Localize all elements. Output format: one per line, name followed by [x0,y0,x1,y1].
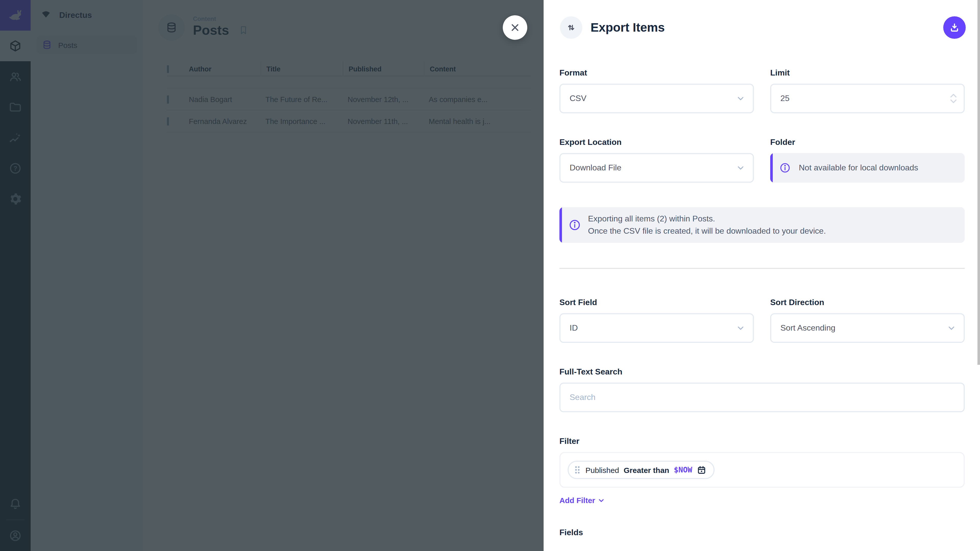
drawer-overlay[interactable] [0,0,544,551]
chevron-down-icon [597,496,605,504]
download-icon [949,22,960,33]
stepper-up-icon[interactable] [950,94,958,98]
format-field: Format CSV [559,68,754,113]
chevron-down-icon [735,94,746,103]
drawer-header: Export Items [544,0,980,55]
export-location-value: Download File [570,163,621,172]
folder-label: Folder [770,138,965,147]
sort-field-value: ID [570,324,578,333]
start-export-button[interactable] [943,16,966,39]
sort-direction-label: Sort Direction [770,298,965,307]
sort-field-field: Sort Field ID [559,298,754,343]
export-location-select[interactable]: Download File [559,153,754,183]
notice-line2: Once the CSV file is created, it will be… [588,227,826,235]
full-text-search-label: Full-Text Search [559,367,965,376]
format-select[interactable]: CSV [559,84,754,113]
filter-value[interactable]: $NOW [674,465,692,475]
info-icon [780,162,791,173]
full-text-search-field: Full-Text Search [559,367,965,412]
filter-field: Filter Published Greater than $NOW [559,437,965,528]
fields-section-label: Fields [559,528,965,537]
export-drawer: Export Items Format CSV [544,0,980,551]
limit-value: 25 [780,94,790,103]
limit-stepper[interactable] [950,94,958,103]
import-export-icon [560,16,582,39]
sort-field-label: Sort Field [559,298,754,307]
filter-field-name[interactable]: Published [585,465,619,474]
export-location-field: Export Location Download File [559,138,754,183]
format-label: Format [559,68,754,78]
sort-direction-value: Sort Ascending [780,324,835,333]
notice-line1: Exporting all items (2) within Posts. [588,214,715,223]
stepper-down-icon[interactable] [950,99,958,103]
filter-operator[interactable]: Greater than [624,465,669,474]
limit-field: Limit 25 [770,68,965,113]
add-filter-button[interactable]: Add Filter [559,496,605,505]
drawer-title: Export Items [590,21,665,35]
close-icon [509,22,520,33]
drawer-scrollbar [977,0,980,551]
limit-input[interactable]: 25 [770,84,965,113]
export-info-notice: Exporting all items (2) within Posts. On… [559,207,965,243]
format-value: CSV [570,94,587,103]
calendar-icon [697,465,706,475]
close-drawer-button[interactable] [503,15,527,40]
section-divider [559,268,965,269]
limit-label: Limit [770,68,965,78]
sort-direction-select[interactable]: Sort Ascending [770,313,965,343]
chevron-down-icon [946,323,956,333]
sort-direction-field: Sort Direction Sort Ascending [770,298,965,343]
search-input[interactable] [559,383,965,412]
folder-disabled-notice: Not available for local downloads [770,153,965,183]
chevron-down-icon [735,163,746,173]
info-icon [569,219,581,231]
sort-field-select[interactable]: ID [559,313,754,343]
filter-rule-chip[interactable]: Published Greater than $NOW [568,461,714,479]
filter-label: Filter [559,437,965,446]
export-location-label: Export Location [559,138,754,147]
scrollbar-thumb[interactable] [977,0,980,365]
app: ? [0,0,980,551]
add-filter-label: Add Filter [559,496,595,505]
folder-notice-text: Not available for local downloads [799,162,918,174]
filter-rules-container: Published Greater than $NOW [559,452,965,488]
chevron-down-icon [735,323,746,333]
drag-handle-icon[interactable] [574,465,581,475]
folder-field: Folder Not available for local downloads [770,138,965,183]
